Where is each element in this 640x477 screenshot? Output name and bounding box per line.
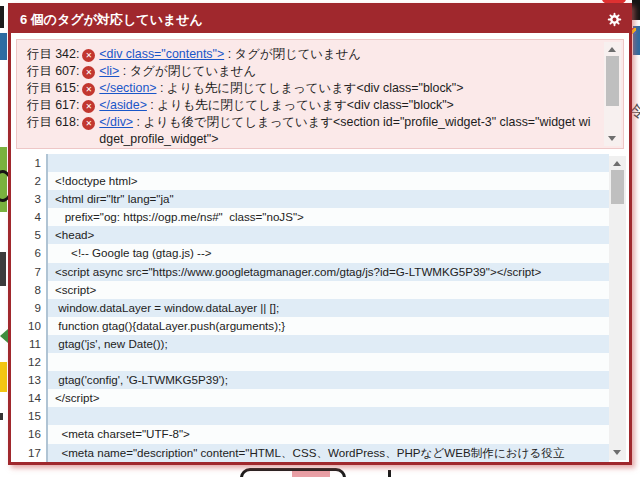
- code-line: 2<!doctype html>: [11, 172, 609, 190]
- code-text: gtag('config', 'G-LTWMKG5P39');: [48, 371, 609, 389]
- error-tag-link[interactable]: </div>: [99, 115, 133, 129]
- line-number: 6: [11, 244, 48, 262]
- code-line: 16 <meta charset="UTF-8">: [11, 425, 609, 443]
- error-circle-x-icon: ✕: [82, 49, 95, 62]
- scroll-up-button[interactable]: [604, 42, 621, 57]
- code-line: 4 prefix="og: https://ogp.me/ns#" class=…: [11, 208, 609, 226]
- error-row: 行目 618:✕ </div> : よりも後で閉じてしまっています<sectio…: [27, 114, 597, 148]
- error-message: : よりも後で閉じてしまっています<section id="profile_wi…: [99, 115, 590, 146]
- code-text: <meta charset="UTF-8">: [48, 425, 609, 443]
- error-message: : よりも先に閉じてしまっています<div class="block">: [147, 98, 454, 112]
- error-tag-link[interactable]: </aside>: [99, 98, 147, 112]
- line-number: 12: [11, 353, 48, 371]
- code-text: gtag('js', new Date());: [48, 335, 609, 353]
- line-number: 15: [11, 407, 48, 425]
- error-row: 行目 617:✕ </aside> : よりも先に閉じてしまっています<div …: [27, 97, 597, 114]
- code-text: <!doctype html>: [48, 172, 609, 190]
- panel-header: 6 個のタグが対応していません: [11, 6, 629, 33]
- error-circle-x-icon: ✕: [82, 83, 95, 96]
- triangle-down-icon: [613, 450, 621, 455]
- background-fragment-yellow: [0, 362, 7, 392]
- error-tag-link[interactable]: <div class="contents">: [99, 47, 224, 61]
- line-number: 11: [11, 335, 48, 353]
- error-row: 行目 342:✕ <div class="contents"> : タグが閉じて…: [27, 46, 597, 63]
- html-error-checker-panel: 6 個のタグが対応していません 行目 342:✕ <div class="con…: [8, 3, 632, 465]
- code-line: 3<html dir="ltr" lang="ja": [11, 190, 609, 208]
- code-text: <script async src="https://www.googletag…: [48, 263, 609, 281]
- code-line: 10 function gtag(){dataLayer.push(argume…: [11, 317, 609, 335]
- triangle-up-icon: [608, 47, 616, 52]
- code-line: 8<script>: [11, 281, 609, 299]
- line-number: 8: [11, 281, 48, 299]
- code-text: <head>: [48, 226, 609, 244]
- line-number: 2: [11, 172, 48, 190]
- line-number: 7: [11, 263, 48, 281]
- background-fragment-blue-left: [0, 33, 7, 60]
- background-fragment-vline: [388, 470, 391, 477]
- code-text: [48, 353, 609, 371]
- error-circle-x-icon: ✕: [82, 117, 95, 130]
- scrollbar-thumb[interactable]: [611, 170, 624, 204]
- triangle-down-icon: [608, 136, 616, 141]
- code-scrollbar[interactable]: [609, 156, 626, 460]
- line-number: 1: [11, 154, 48, 172]
- scroll-up-button[interactable]: [609, 156, 626, 171]
- code-line: 1: [11, 154, 609, 172]
- line-number: 5: [11, 226, 48, 244]
- background-fragment-menu: [0, 6, 4, 28]
- code-text: [48, 407, 609, 425]
- code-line: 12: [11, 353, 609, 371]
- error-line-label: 行目 607:: [27, 63, 79, 80]
- line-number: 3: [11, 190, 48, 208]
- error-message: : タグが閉じていません: [224, 47, 361, 61]
- code-lines: 1 2<!doctype html> 3<html dir="ltr" lang…: [11, 154, 609, 462]
- line-number: 16: [11, 425, 48, 443]
- settings-gear-icon[interactable]: [607, 12, 622, 27]
- code-text: <meta name="description" content="HTML、C…: [48, 444, 609, 462]
- code-line: 5<head>: [11, 226, 609, 244]
- scroll-down-button[interactable]: [609, 445, 626, 460]
- code-text: [48, 154, 609, 172]
- code-text: prefix="og: https://ogp.me/ns#" class="n…: [48, 208, 609, 226]
- source-code-viewer: 1 2<!doctype html> 3<html dir="ltr" lang…: [11, 154, 629, 462]
- scrollbar-thumb[interactable]: [606, 56, 619, 106]
- line-number: 4: [11, 208, 48, 226]
- background-fragment-green-arrow: [0, 329, 8, 343]
- code-text: window.dataLayer = window.dataLayer || […: [48, 299, 609, 317]
- error-circle-x-icon: ✕: [82, 100, 95, 113]
- error-line-label: 行目 617:: [27, 97, 79, 114]
- code-line: 7<script async src="https://www.googleta…: [11, 263, 609, 281]
- error-message: : よりも先に閉じてしまっています<div class="block">: [157, 81, 464, 95]
- error-line-label: 行目 615:: [27, 80, 79, 97]
- code-line: 11 gtag('js', new Date());: [11, 335, 609, 353]
- line-number: 14: [11, 389, 48, 407]
- line-number: 10: [11, 317, 48, 335]
- code-line: 6 <!-- Google tag (gtag.js) -->: [11, 244, 609, 262]
- error-tag-link[interactable]: </section>: [99, 81, 156, 95]
- error-line-label: 行目 342:: [27, 46, 79, 63]
- code-text: <!-- Google tag (gtag.js) -->: [48, 244, 609, 262]
- background-fragment-black-topright: [632, 0, 640, 20]
- background-fragment-tick: [0, 413, 3, 420]
- scroll-down-button[interactable]: [604, 131, 621, 146]
- code-line: 9 window.dataLayer = window.dataLayer ||…: [11, 299, 609, 317]
- error-list: 行目 342:✕ <div class="contents"> : タグが閉じて…: [16, 39, 624, 149]
- error-count-title: 6 個のタグが対応していません: [20, 11, 203, 29]
- background-fragment-pink-slab: [292, 471, 330, 477]
- background-fragment-dark: [0, 252, 6, 286]
- error-circle-x-icon: ✕: [82, 66, 95, 79]
- code-text: </script>: [48, 389, 609, 407]
- line-number: 9: [11, 299, 48, 317]
- code-line: 17 <meta name="description" content="HTM…: [11, 444, 609, 462]
- code-line: 14</script>: [11, 389, 609, 407]
- code-text: function gtag(){dataLayer.push(arguments…: [48, 317, 609, 335]
- error-list-scrollbar[interactable]: [604, 42, 621, 146]
- error-row: 行目 615:✕ </section> : よりも先に閉じてしまっています<di…: [27, 80, 597, 97]
- error-message: : タグが閉じていません: [119, 64, 256, 78]
- code-line: 15: [11, 407, 609, 425]
- code-text: <script>: [48, 281, 609, 299]
- error-tag-link[interactable]: <li>: [99, 64, 119, 78]
- line-number: 13: [11, 371, 48, 389]
- code-line: 13 gtag('config', 'G-LTWMKG5P39');: [11, 371, 609, 389]
- error-row: 行目 607:✕ <li> : タグが閉じていません: [27, 63, 597, 80]
